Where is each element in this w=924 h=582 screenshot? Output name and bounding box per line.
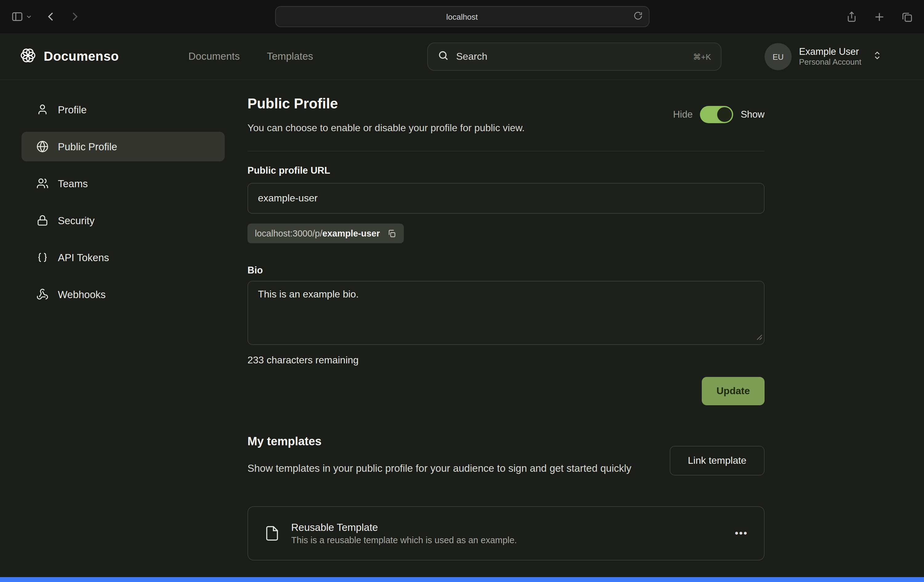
main-nav: Documents Templates [188,33,313,79]
bio-textarea[interactable]: This is an example bio. [248,281,764,345]
nav-templates[interactable]: Templates [267,51,313,62]
sidebar-item-api-tokens[interactable]: API Tokens [21,243,225,272]
resize-grip-icon[interactable] [756,332,763,343]
public-url-slug: example-user [322,228,380,238]
sidebar-item-public-profile[interactable]: Public Profile [21,132,225,161]
visibility-toggle[interactable] [700,106,733,123]
browser-toolbar: localhost [0,0,924,33]
show-label: Show [741,109,764,120]
search-bar[interactable]: ⌘+K [427,43,721,71]
template-menu-button[interactable]: ••• [735,528,748,539]
hide-label: Hide [673,109,693,120]
address-bar-url: localhost [446,12,478,21]
users-icon [36,177,49,190]
update-button[interactable]: Update [702,377,764,405]
sidebar-item-security[interactable]: Security [21,206,225,235]
profile-url-input[interactable] [248,183,764,214]
my-templates-title: My templates [248,435,322,448]
my-templates-description: Show templates in your public profile fo… [248,461,672,476]
template-description: This is a reusable template which is use… [291,534,517,547]
sidebar-item-teams[interactable]: Teams [21,169,225,198]
link-template-button[interactable]: Link template [670,446,764,475]
sidebar-item-label: Public Profile [58,141,117,152]
chevron-down-icon[interactable] [26,13,32,20]
app-window: localhost Docum [0,0,924,582]
public-url-text: localhost:3000/p/example-user [255,228,380,238]
avatar: EU [764,43,792,70]
chevrons-up-down-icon [872,51,882,63]
sidebar-item-profile[interactable]: Profile [21,95,225,124]
forward-icon[interactable] [69,11,80,22]
sidebar-item-label: Webhooks [58,289,106,300]
user-menu[interactable]: EU Example User Personal Account [764,43,882,71]
back-icon[interactable] [46,11,57,22]
ellipsis-icon: ••• [735,528,748,538]
new-tab-icon[interactable] [873,11,885,23]
sidebar-item-webhooks[interactable]: Webhooks [21,279,225,309]
user-icon [36,104,49,116]
tabs-overview-icon[interactable] [901,11,913,23]
documenso-logo-icon [20,47,36,66]
public-profile-page: Public Profile You can choose to enable … [248,80,764,582]
sidebar-toggle-icon[interactable] [11,10,23,23]
profile-visibility-control: Hide Show [673,106,764,123]
toggle-knob [717,107,732,122]
nav-documents[interactable]: Documents [188,51,240,62]
settings-sidebar: Profile Public Profile Teams Security AP… [21,95,225,317]
braces-icon [36,251,49,264]
section-divider [248,151,764,152]
user-account-type: Personal Account [799,57,861,68]
sidebar-item-label: Profile [58,104,87,116]
page-subtitle: You can choose to enable or disable your… [248,122,525,134]
brand[interactable]: Documenso [20,47,119,66]
share-icon[interactable] [846,11,858,23]
search-icon [438,50,449,63]
app-header: Documenso Documents Templates ⌘+K EU Exa… [0,33,924,80]
sidebar-item-label: Security [58,215,94,227]
globe-icon [36,141,49,153]
bottom-highlight-bar [0,577,924,582]
file-icon [264,524,280,542]
search-input[interactable] [456,51,685,62]
lock-icon [36,214,49,227]
public-url-base: localhost:3000/p/ [255,228,322,238]
bio-label: Bio [248,265,263,276]
reload-icon[interactable] [633,11,642,20]
webhook-icon [36,288,49,301]
public-url-preview: localhost:3000/p/example-user [248,223,404,243]
search-shortcut: ⌘+K [693,52,711,61]
address-bar[interactable]: localhost [275,6,649,27]
profile-url-label: Public profile URL [248,165,330,176]
user-name: Example User [799,46,861,58]
brand-name: Documenso [44,49,119,64]
copy-icon[interactable] [387,229,396,238]
template-name: Reusable Template [291,520,517,534]
page-title: Public Profile [248,96,338,112]
characters-remaining: 233 characters remaining [248,355,358,366]
sidebar-item-label: API Tokens [58,251,109,263]
sidebar-item-label: Teams [58,178,88,189]
template-card: Reusable Template This is a reusable tem… [248,506,764,561]
